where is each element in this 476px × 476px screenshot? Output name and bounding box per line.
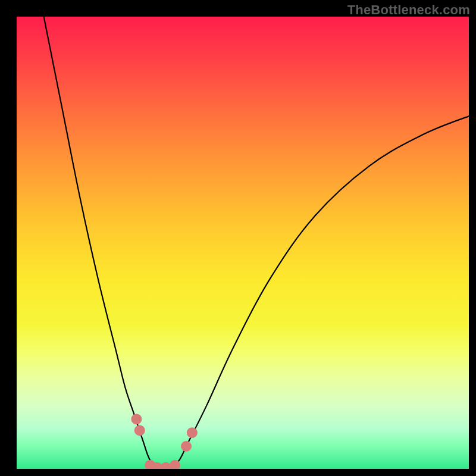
chart-plot-area [17, 17, 469, 469]
watermark-text: TheBottleneck.com [347, 2, 470, 18]
chart-frame: TheBottleneck.com [0, 0, 476, 476]
